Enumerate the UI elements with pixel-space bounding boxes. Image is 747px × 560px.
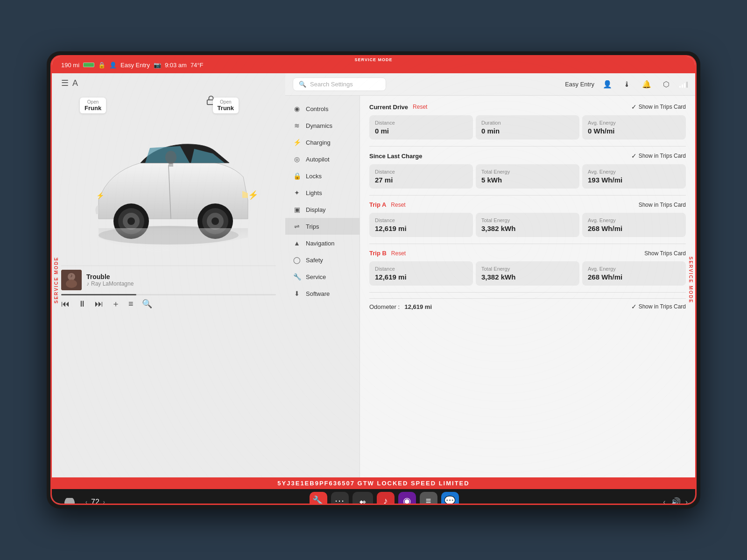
divider-1 xyxy=(369,146,686,147)
taskbar-right: ‹ 🔊 › xyxy=(663,497,688,505)
nav-safety[interactable]: ◯ Safety xyxy=(285,252,359,268)
add-button[interactable]: ＋ xyxy=(112,298,120,309)
odometer-show-trips-btn[interactable]: ✓ Show in Trips Card xyxy=(631,303,686,310)
since-last-charge-title: Since Last Charge xyxy=(369,153,422,160)
taskbar-car-icon[interactable] xyxy=(59,492,80,505)
divider-4 xyxy=(369,292,686,293)
menu-icon[interactable]: ☰ xyxy=(61,78,69,88)
nav-charging[interactable]: ⚡ Charging xyxy=(285,134,359,151)
nav-trips[interactable]: ⇌ Trips xyxy=(285,218,359,235)
taskbar-center: 🔧 ··· ♪ ◉ ≡ 💬 xyxy=(111,492,658,505)
voice-icon[interactable]: A xyxy=(72,78,78,88)
trip-b-reset[interactable]: Reset xyxy=(391,250,406,257)
navigation-label: Navigation xyxy=(306,240,334,247)
nav-display[interactable]: ▣ Display xyxy=(285,201,359,218)
current-drive-avg-energy: Avg. Energy 0 Wh/mi xyxy=(582,115,686,140)
svg-point-11 xyxy=(211,217,219,225)
frunk-label[interactable]: Open Frunk xyxy=(80,98,106,113)
nav-lights[interactable]: ✦ Lights xyxy=(285,184,359,201)
nav-left-arrow[interactable]: ‹ xyxy=(663,498,665,505)
search-icon: 🔍 xyxy=(299,81,306,88)
main-content: ☰ A Open Frunk xyxy=(52,73,695,477)
nav-navigation[interactable]: ▲ Navigation xyxy=(285,235,359,252)
trip-a-avg-energy: Avg. Energy 268 Wh/mi xyxy=(582,213,686,237)
nav-service[interactable]: 🔧 Service xyxy=(285,268,359,285)
lights-icon: ✦ xyxy=(293,189,301,197)
trip-a-show-trips-btn[interactable]: Show in Trips Card xyxy=(639,202,686,208)
since-last-charge-header: Since Last Charge ✓ Show in Trips Card xyxy=(369,152,686,160)
camera-icon-top: 📷 xyxy=(154,62,161,69)
svg-point-7 xyxy=(127,217,135,225)
since-last-charge-distance: Distance 27 mi xyxy=(369,164,473,189)
taskbar-camera-app[interactable]: ◉ xyxy=(398,492,416,505)
music-controls: ⏮ ⏸ ⏭ ＋ ≡ 🔍 xyxy=(61,298,276,309)
music-info: ♪ Trouble ♪ Ray LaMontagne xyxy=(61,270,276,290)
trip-a-header: Trip A Reset Show in Trips Card xyxy=(369,201,686,208)
trip-b-show-trips-btn[interactable]: Show Trips Card xyxy=(644,250,686,257)
right-header-items: Easy Entry 👤 🌡 🔔 ⬡ xyxy=(565,78,688,91)
search-button[interactable]: 🔍 xyxy=(142,299,152,309)
trips-icon: ⇌ xyxy=(293,222,301,231)
trips-label: Trips xyxy=(306,223,319,230)
music-text: Trouble ♪ Ray LaMontagne xyxy=(86,273,134,287)
next-button[interactable]: ⏭ xyxy=(95,299,103,309)
trunk-label[interactable]: Open Trunk xyxy=(213,98,239,113)
trip-a-distance: Distance 12,619 mi xyxy=(369,213,473,237)
taskbar-notes-app[interactable]: ≡ xyxy=(420,492,437,505)
nav-right-arrow[interactable]: › xyxy=(685,498,688,505)
service-banner: 5YJ3E1EB9PF636507 GTW LOCKED SPEED LIMIT… xyxy=(52,477,695,489)
time-display: 9:03 am xyxy=(165,62,187,69)
since-last-charge-total-energy: Total Energy 5 kWh xyxy=(476,164,579,189)
climate-icon[interactable]: 🌡 xyxy=(620,78,634,91)
charging-label: Charging xyxy=(306,139,331,146)
prev-button[interactable]: ⏮ xyxy=(61,299,70,309)
dynamics-label: Dynamics xyxy=(306,122,332,129)
taskbar-tidal-app[interactable] xyxy=(352,492,373,505)
album-art: ♪ xyxy=(61,270,82,290)
taskbar: ‹ 72 › 🔧 ··· ♪ ◉ ≡ 💬 ‹ xyxy=(52,489,695,505)
trips-content: Current Drive Reset ✓ Show in Trips Card xyxy=(360,96,695,477)
top-status-bar: SERVICE MODE 190 mi 🔒 👤 Easy Entry 📷 9:0… xyxy=(52,56,695,73)
trip-b-title-row: Trip B Reset xyxy=(369,250,406,257)
divider-3 xyxy=(369,244,686,244)
trip-a-show-trips-label: Show in Trips Card xyxy=(639,202,686,208)
service-label-left: SERVICE MODE xyxy=(54,257,59,304)
right-top-bar: 🔍 Search Settings Easy Entry 👤 🌡 🔔 ⬡ xyxy=(285,73,695,96)
nav-controls[interactable]: ◉ Controls xyxy=(285,100,359,117)
taskbar-wrench-app[interactable]: 🔧 xyxy=(310,492,327,505)
volume-icon[interactable]: 🔊 xyxy=(670,497,681,505)
since-last-charge-show-trips-btn[interactable]: ✓ Show in Trips Card xyxy=(631,152,686,160)
progress-fill xyxy=(61,294,136,295)
current-drive-reset[interactable]: Reset xyxy=(413,104,427,110)
temperature-control: ‹ 72 › xyxy=(85,498,105,505)
divider-2 xyxy=(369,195,686,196)
play-pause-button[interactable]: ⏸ xyxy=(78,299,86,309)
search-box[interactable]: 🔍 Search Settings xyxy=(293,77,386,91)
svg-point-2 xyxy=(165,151,176,164)
svg-rect-3 xyxy=(169,162,173,167)
taskbar-dots-app[interactable]: ··· xyxy=(331,492,349,505)
nav-autopilot[interactable]: ◎ Autopilot xyxy=(285,151,359,168)
bell-icon[interactable]: 🔔 xyxy=(640,78,653,91)
equalizer-button[interactable]: ≡ xyxy=(128,299,134,309)
display-label: Display xyxy=(306,206,326,213)
taskbar-chat-app[interactable]: 💬 xyxy=(441,492,459,505)
software-icon: ⬇ xyxy=(293,289,301,298)
taskbar-music-app[interactable]: ♪ xyxy=(377,492,395,505)
svg-point-17 xyxy=(66,280,77,288)
person-header-icon[interactable]: 👤 xyxy=(601,78,614,91)
current-drive-show-trips-btn[interactable]: ✓ Show in Trips Card xyxy=(631,103,686,111)
trip-a-section: Trip A Reset Show in Trips Card Distance xyxy=(369,201,686,237)
trip-a-total-energy: Total Energy 3,382 kWh xyxy=(476,213,579,237)
temp-display-top: 74°F xyxy=(190,62,204,69)
progress-bar[interactable] xyxy=(61,294,276,295)
bluetooth-icon[interactable]: ⬡ xyxy=(660,78,673,91)
nav-software[interactable]: ⬇ Software xyxy=(285,285,359,302)
artist-name: ♪ Ray LaMontagne xyxy=(86,280,134,287)
temp-right-arrow[interactable]: › xyxy=(103,499,105,505)
trip-a-reset[interactable]: Reset xyxy=(391,202,405,208)
temp-left-arrow[interactable]: ‹ xyxy=(85,499,87,505)
nav-locks[interactable]: 🔒 Locks xyxy=(285,168,359,184)
battery-indicator xyxy=(83,63,94,67)
nav-dynamics[interactable]: ≋ Dynamics xyxy=(285,117,359,134)
